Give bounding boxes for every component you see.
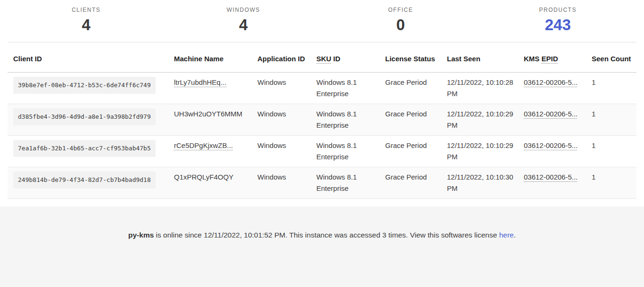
header-machine-name: Machine Name xyxy=(174,42,257,73)
cell-sku-id: Windows 8.1 Enterprise xyxy=(316,73,385,104)
stat-office-value: 0 xyxy=(322,17,479,33)
stat-office-label: OFFICE xyxy=(322,7,479,13)
kms-epid-truncated[interactable]: 03612-00206-5... xyxy=(524,173,578,181)
cell-license-status: Grace Period xyxy=(385,167,447,199)
cell-machine-name: ltrLy7ubdhHEq... xyxy=(174,73,257,104)
machine-name: Q1xPRQLyF4OQY xyxy=(174,173,233,181)
table-row: 249b814b-de79-4f34-82d7-cb7b4bad9d18 Q1x… xyxy=(8,167,636,199)
stat-office: OFFICE 0 xyxy=(322,7,479,33)
header-last-seen: Last Seen xyxy=(447,42,524,73)
cell-client-id: d385fbe4-3d96-4d9d-a8e1-9a398b2fd979 xyxy=(8,104,174,136)
cell-client-id: 249b814b-de79-4f34-82d7-cb7b4bad9d18 xyxy=(8,167,174,199)
header-kms-epid: KMS EPID xyxy=(524,42,592,73)
cell-kms-epid: 03612-00206-5... xyxy=(524,167,592,199)
machine-name-truncated[interactable]: rCe5DPgKjxwZB... xyxy=(174,141,233,149)
kms-prefix: KMS xyxy=(524,55,539,63)
cell-last-seen: 12/11/2022, 10:10:30 PM xyxy=(447,167,524,199)
cell-application-id: Windows xyxy=(257,167,316,199)
cell-seen-count: 1 xyxy=(592,73,636,104)
cell-application-id: Windows xyxy=(257,73,316,104)
stat-clients-value: 4 xyxy=(8,17,165,33)
cell-machine-name: rCe5DPgKjxwZB... xyxy=(174,136,257,167)
stat-clients-label: CLIENTS xyxy=(8,7,165,13)
header-license-status: License Status xyxy=(385,42,447,73)
machine-name-truncated[interactable]: ltrLy7ubdhHEq... xyxy=(174,78,226,86)
app-name: py-kms xyxy=(128,231,154,239)
cell-machine-name: Q1xPRQLyF4OQY xyxy=(174,167,257,199)
stat-windows: WINDOWS 4 xyxy=(165,7,322,33)
cell-license-status: Grace Period xyxy=(385,104,447,136)
status-footer: py-kms is online since 12/11/2022, 10:01… xyxy=(0,206,644,287)
client-id-code: 249b814b-de79-4f34-82d7-cb7b4bad9d18 xyxy=(13,172,156,189)
stat-products-label: PRODUCTS xyxy=(479,7,637,13)
client-id-code: d385fbe4-3d96-4d9d-a8e1-9a398b2fd979 xyxy=(13,108,156,125)
cell-client-id: 7ea1af6b-32b1-4b65-acc7-cf953bab47b5 xyxy=(8,136,174,167)
main-card: CLIENTS 4 WINDOWS 4 OFFICE 0 PRODUCTS 24… xyxy=(0,0,644,206)
cell-kms-epid: 03612-00206-5... xyxy=(524,136,592,167)
stats-bar: CLIENTS 4 WINDOWS 4 OFFICE 0 PRODUCTS 24… xyxy=(0,0,644,42)
client-id-code: 39b8e7ef-08eb-4712-b53c-6de74ff6c749 xyxy=(13,77,156,94)
cell-sku-id: Windows 8.1 Enterprise xyxy=(316,104,385,136)
cell-application-id: Windows xyxy=(257,136,316,167)
cell-last-seen: 12/11/2022, 10:10:28 PM xyxy=(447,73,524,104)
stat-products-value[interactable]: 243 xyxy=(479,17,637,33)
header-application-id: Application ID xyxy=(257,42,316,73)
epid-abbr: EPID xyxy=(542,55,558,63)
kms-epid-truncated[interactable]: 03612-00206-5... xyxy=(524,141,578,149)
header-client-id: Client ID xyxy=(8,42,174,73)
cell-sku-id: Windows 8.1 Enterprise xyxy=(316,136,385,167)
table-header-row: Client ID Machine Name Application ID SK… xyxy=(8,42,636,73)
cell-license-status: Grace Period xyxy=(385,136,447,167)
cell-seen-count: 1 xyxy=(592,136,636,167)
cell-last-seen: 12/11/2022, 10:10:29 PM xyxy=(447,136,524,167)
table-row: 39b8e7ef-08eb-4712-b53c-6de74ff6c749 ltr… xyxy=(8,73,636,104)
sku-rest: ID xyxy=(333,55,340,63)
cell-last-seen: 12/11/2022, 10:10:29 PM xyxy=(447,104,524,136)
cell-kms-epid: 03612-00206-5... xyxy=(524,104,592,136)
sku-abbr: SKU xyxy=(316,55,331,63)
stat-windows-value: 4 xyxy=(165,17,322,33)
kms-epid-truncated[interactable]: 03612-00206-5... xyxy=(524,110,578,118)
cell-seen-count: 1 xyxy=(592,104,636,136)
cell-client-id: 39b8e7ef-08eb-4712-b53c-6de74ff6c749 xyxy=(8,73,174,104)
table-row: d385fbe4-3d96-4d9d-a8e1-9a398b2fd979 UH3… xyxy=(8,104,636,136)
clients-table: Client ID Machine Name Application ID SK… xyxy=(8,42,636,199)
cell-license-status: Grace Period xyxy=(385,73,447,104)
cell-application-id: Windows xyxy=(257,104,316,136)
client-id-code: 7ea1af6b-32b1-4b65-acc7-cf953bab47b5 xyxy=(13,140,156,157)
cell-seen-count: 1 xyxy=(592,167,636,199)
stat-products: PRODUCTS 243 xyxy=(479,7,637,33)
cell-sku-id: Windows 8.1 Enterprise xyxy=(316,167,385,199)
cell-kms-epid: 03612-00206-5... xyxy=(524,73,592,104)
header-sku-id: SKU ID xyxy=(316,42,385,73)
stat-clients: CLIENTS 4 xyxy=(8,7,165,33)
footer-suffix: . xyxy=(514,231,516,239)
stat-windows-label: WINDOWS xyxy=(165,7,322,13)
cell-machine-name: UH3wH2uOYT6MMM xyxy=(174,104,257,136)
machine-name: UH3wH2uOYT6MMM xyxy=(174,110,242,118)
kms-epid-truncated[interactable]: 03612-00206-5... xyxy=(524,78,578,86)
license-link[interactable]: here xyxy=(499,231,514,239)
table-row: 7ea1af6b-32b1-4b65-acc7-cf953bab47b5 rCe… xyxy=(8,136,636,167)
footer-status-text: is online since 12/11/2022, 10:01:52 PM.… xyxy=(154,231,499,239)
header-seen-count: Seen Count xyxy=(592,42,636,73)
